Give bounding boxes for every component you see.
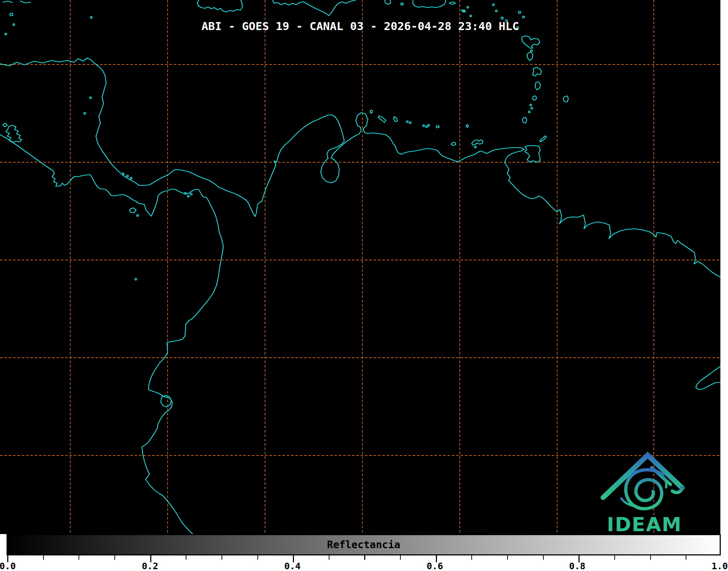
island-bay-fragment-1 xyxy=(3,1,12,3)
colorbar-tick-label: 0.8 xyxy=(569,562,585,571)
satellite-image-product: { "title": "ABI - GOES 19 - CANAL 03 - 2… xyxy=(0,0,728,571)
island-hispaniola-south-coast xyxy=(273,0,356,16)
map-canvas: ABI - GOES 19 - CANAL 03 - 2026-04-28 23… xyxy=(0,0,720,534)
colorbar: Reflectancia xyxy=(7,534,721,555)
ideam-logo-mark xyxy=(603,455,682,509)
colorbar-tick-label: 1.0 xyxy=(711,562,728,571)
island-orchila xyxy=(436,126,439,128)
island-mona xyxy=(401,3,403,5)
image-title: ABI - GOES 19 - CANAL 03 - 2026-04-28 23… xyxy=(0,20,720,33)
ideam-logo-text: IDEAM xyxy=(607,513,682,536)
colorbar-label: Reflectancia xyxy=(8,535,720,554)
island-trinidad xyxy=(525,146,540,162)
island-la-tortuga xyxy=(451,142,456,146)
colorbar-tick-label: 0.6 xyxy=(427,562,443,571)
island-west-fragment xyxy=(385,0,391,4)
logo-hurricane-spiral-icon xyxy=(626,470,662,508)
coastline-amazon-fragment xyxy=(696,366,720,390)
ideam-logo: IDEAM xyxy=(594,449,695,536)
coastline-pacific-mainland xyxy=(0,135,223,534)
island-margarita xyxy=(472,140,483,145)
island-barbados xyxy=(563,96,568,102)
island-curacao xyxy=(378,116,386,122)
island-jamaica xyxy=(197,0,243,12)
island-bay-fragment-3 xyxy=(10,13,13,16)
island-grenada xyxy=(522,117,527,123)
island-aruba xyxy=(370,110,373,113)
island-dominica xyxy=(527,52,533,60)
island-vieques xyxy=(450,2,455,4)
island-martinique xyxy=(533,67,542,76)
island-blanquilla xyxy=(466,125,468,127)
lake-managua xyxy=(3,123,7,127)
logo-mountain-hook xyxy=(672,488,682,492)
island-coiba xyxy=(130,208,136,213)
colorbar-tick-label: 0.4 xyxy=(284,562,300,571)
island-dots xyxy=(5,4,533,280)
island-puerto-rico xyxy=(413,0,446,8)
island-tobago xyxy=(540,136,546,142)
island-bay-fragment-2 xyxy=(20,1,30,3)
logo-spiral-arc xyxy=(662,475,666,487)
island-bonaire xyxy=(394,117,397,122)
island-guadeloupe xyxy=(522,36,540,48)
island-st-lucia xyxy=(535,82,540,90)
logo-mountain-icon xyxy=(603,455,682,497)
colorbar-tick-label: 0.0 xyxy=(0,562,16,571)
colorbar-tick-labels: 0.0 0.2 0.4 0.6 0.8 1.0 xyxy=(8,562,720,571)
colorbar-tick-label: 0.2 xyxy=(142,562,158,571)
island-st-vincent xyxy=(533,96,536,100)
coastline-caribbean-mainland xyxy=(0,58,720,277)
